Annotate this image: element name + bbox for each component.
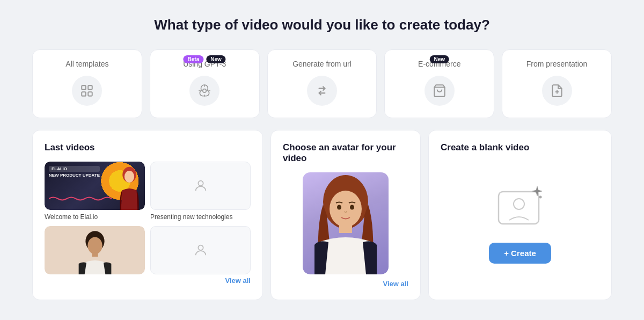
avatar-section-title: Choose an avatar for your video — [283, 142, 408, 164]
svg-point-14 — [198, 180, 203, 185]
template-card-all-templates[interactable]: All templates — [32, 49, 142, 118]
svg-rect-0 — [82, 85, 86, 90]
svg-rect-21 — [339, 223, 352, 233]
basket-icon — [425, 76, 455, 106]
arrows-icon — [307, 76, 337, 106]
last-videos-title: Last videos — [45, 142, 251, 153]
page-title: What type of video would you like to cre… — [32, 16, 612, 34]
avatar-main-image[interactable] — [303, 172, 389, 274]
video-item-1: ELAI.IO NEW PRODUCT UPDATE — [45, 162, 145, 221]
grid-icon — [72, 76, 102, 106]
videos-grid: ELAI.IO NEW PRODUCT UPDATE — [45, 162, 251, 285]
video-item-2: Presenting new technologies — [150, 162, 251, 221]
avatar-view-all[interactable]: View all — [283, 280, 408, 288]
last-videos-section: Last videos ELAI.IO NEW PRODUCT UPDATE — [32, 130, 263, 300]
svg-point-13 — [125, 171, 134, 183]
svg-rect-3 — [89, 92, 93, 96]
svg-point-22 — [337, 205, 341, 209]
template-label-all: All templates — [65, 60, 108, 68]
blank-video-section: Create a blank video + Create — [428, 130, 612, 300]
video-thumb-4[interactable] — [150, 226, 251, 274]
avatar-image-container: View all — [283, 172, 408, 288]
last-videos-view-all[interactable]: View all — [150, 277, 251, 285]
badge-row-gpt3: Beta New — [184, 55, 226, 63]
svg-point-16 — [87, 237, 102, 254]
openai-icon — [189, 76, 219, 106]
template-card-generate-url[interactable]: Generate from url — [267, 49, 377, 118]
badge-new-gpt3: New — [206, 55, 226, 63]
svg-rect-2 — [82, 92, 86, 96]
blank-video-content: + Create — [441, 162, 599, 286]
svg-point-25 — [514, 199, 524, 209]
video-caption-2: Presenting new technologies — [150, 213, 251, 221]
blank-video-title: Create a blank video — [441, 142, 599, 153]
svg-point-23 — [350, 205, 354, 209]
svg-point-4 — [203, 89, 207, 93]
badge-new-ecommerce: New — [430, 55, 450, 63]
video-caption-1: Welcome to Elai.io — [45, 213, 145, 221]
svg-rect-24 — [499, 192, 539, 224]
template-label-presentation: From presentation — [526, 60, 588, 68]
badge-row-ecommerce: New — [430, 55, 450, 63]
create-button[interactable]: + Create — [489, 243, 551, 264]
template-card-gpt3[interactable]: Beta New Using GPT-3 — [150, 49, 260, 118]
template-card-ecommerce[interactable]: New E-commerce — [384, 49, 494, 118]
video-thumb-3[interactable] — [45, 226, 145, 274]
file-icon — [542, 76, 572, 106]
blank-video-icon — [493, 184, 547, 232]
svg-point-26 — [539, 195, 542, 198]
video-thumb-2[interactable] — [150, 162, 251, 210]
badge-beta: Beta — [184, 55, 204, 63]
template-card-presentation[interactable]: From presentation — [502, 49, 612, 118]
video-item-4: View all — [150, 226, 251, 285]
svg-rect-17 — [92, 252, 98, 257]
svg-point-18 — [198, 245, 203, 250]
bottom-row: Last videos ELAI.IO NEW PRODUCT UPDATE — [32, 130, 612, 300]
avatar-section: Choose an avatar for your video — [270, 130, 421, 300]
templates-row: All templates Beta New Using GPT-3 — [32, 49, 612, 118]
template-label-url: Generate from url — [292, 60, 352, 68]
page-container: What type of video would you like to cre… — [0, 0, 644, 316]
svg-point-20 — [330, 191, 362, 227]
video-item-3 — [45, 226, 145, 285]
video-thumb-1[interactable]: ELAI.IO NEW PRODUCT UPDATE — [45, 162, 145, 210]
svg-rect-1 — [89, 85, 93, 90]
